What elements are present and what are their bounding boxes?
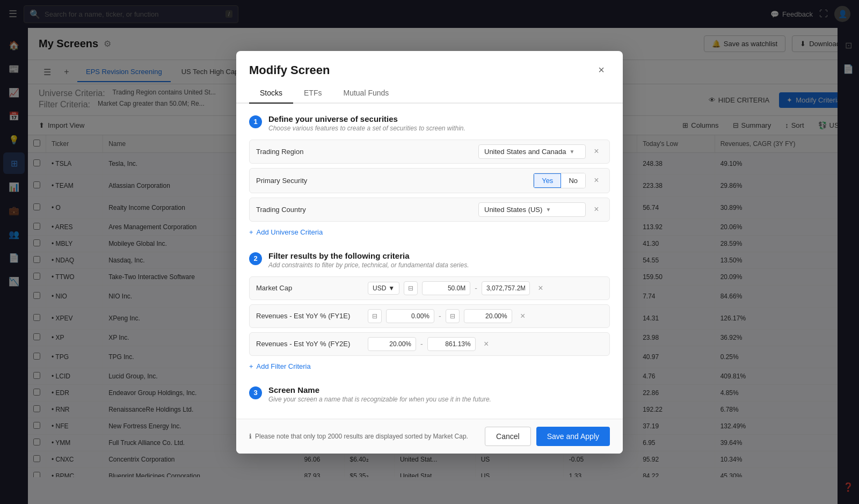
revenues-fy2e-max[interactable] [427,337,476,351]
market-cap-currency[interactable]: USD ▼ [368,282,399,295]
modal-tab-etfs[interactable]: ETFs [293,83,332,104]
footer-buttons: Cancel Save and Apply [485,427,610,446]
revenues-fy1e-min[interactable] [386,309,434,323]
section-screen-name: 3 Screen Name Give your screen a name th… [249,385,610,403]
section-3-title: Screen Name [268,385,491,395]
info-icon: ℹ [249,433,252,440]
add-universe-icon: + [249,228,253,236]
currency-arrow: ▼ [388,284,395,292]
filter-dash-2: - [439,312,441,320]
section-2-text: Filter results by the following criteria… [268,251,469,269]
market-cap-min[interactable] [422,281,470,295]
trading-country-delete[interactable]: × [590,203,603,216]
revenues-fy2e-min[interactable] [368,337,416,351]
section-2-number: 2 [249,252,262,265]
section-3-number: 3 [249,386,262,399]
primary-security-delete[interactable]: × [590,174,603,187]
no-button[interactable]: No [561,173,585,188]
modal-body: 1 Define your universe of securities Cho… [236,104,623,419]
criteria-trading-country: Trading Country United States (US) ▼ × [249,198,610,222]
revenues-fy2e-delete[interactable]: × [480,338,493,350]
filter-dash-1: - [475,284,477,293]
filter-dash-3: - [420,340,423,348]
filter-revenues-fy1e: Revenues - Est YoY % (FY1E) ⊟ - ⊟ × [249,304,610,328]
add-universe-criteria-button[interactable]: + Add Universe Criteria [249,226,323,238]
criteria-primary-security: Primary Security Yes No × [249,168,610,193]
revenues-fy1e-max-icon[interactable]: ⊟ [446,309,460,323]
section-1-text: Define your universe of securities Choos… [268,114,465,132]
section-2-title: Filter results by the following criteria [268,251,469,260]
save-apply-button[interactable]: Save and Apply [536,427,610,446]
trading-country-select[interactable]: United States (US) ▼ [478,202,586,217]
trading-country-label: Trading Country [256,206,342,214]
section-name-header: 3 Screen Name Give your screen a name th… [249,385,610,403]
modal-close-button[interactable]: × [593,62,610,79]
modal-title: Modify Screen [249,63,330,77]
yes-button[interactable]: Yes [534,173,561,188]
revenues-fy2e-label: Revenues - Est YoY % (FY2E) [256,340,363,348]
revenues-fy1e-label: Revenues - Est YoY % (FY1E) [256,312,363,320]
trading-region-label: Trading Region [256,148,342,156]
market-cap-min-icon[interactable]: ⊟ [404,281,418,295]
cancel-button[interactable]: Cancel [485,427,531,446]
trading-region-delete[interactable]: × [590,145,603,158]
filter-market-cap: Market Cap USD ▼ ⊟ - × [249,276,610,300]
revenues-fy1e-max[interactable] [464,309,512,323]
revenues-fy1e-delete[interactable]: × [516,310,529,323]
trading-country-arrow: ▼ [545,207,551,213]
yes-no-group: Yes No [533,173,586,188]
section-filter: 2 Filter results by the following criter… [249,251,610,372]
modal-tab-mutual-funds[interactable]: Mutual Funds [332,83,399,104]
criteria-trading-region: Trading Region United States and Canada … [249,140,610,164]
modal-tab-stocks[interactable]: Stocks [249,83,293,104]
primary-security-label: Primary Security [256,177,342,185]
section-universe: 1 Define your universe of securities Cho… [249,114,610,238]
market-cap-label: Market Cap [256,284,363,292]
add-filter-icon: + [249,362,253,370]
modify-screen-modal: Modify Screen × Stocks ETFs Mutual Funds… [236,51,623,454]
trading-region-arrow: ▼ [570,149,575,155]
section-3-text: Screen Name Give your screen a name that… [268,385,491,403]
modal-header: Modify Screen × [236,51,623,79]
section-universe-header: 1 Define your universe of securities Cho… [249,114,610,132]
revenues-fy1e-min-icon[interactable]: ⊟ [368,309,382,323]
modal-tabs: Stocks ETFs Mutual Funds [236,83,623,104]
market-cap-max[interactable] [482,281,530,295]
trading-region-select[interactable]: United States and Canada ▼ [478,144,586,159]
filter-revenues-fy2e: Revenues - Est YoY % (FY2E) - × [249,332,610,356]
modal-footer: ℹ Please note that only top 2000 results… [236,419,623,454]
section-2-subtitle: Add constraints to filter by price, tech… [268,261,469,269]
add-filter-criteria-button[interactable]: + Add Filter Criteria [249,360,311,372]
market-cap-delete[interactable]: × [534,282,547,295]
section-1-title: Define your universe of securities [268,114,465,123]
section-filter-header: 2 Filter results by the following criter… [249,251,610,269]
section-3-subtitle: Give your screen a name that is recogniz… [268,396,491,403]
footer-note: ℹ Please note that only top 2000 results… [249,433,468,440]
section-1-number: 1 [249,115,262,128]
section-1-subtitle: Choose various features to create a set … [268,125,465,132]
modal-overlay[interactable]: Modify Screen × Stocks ETFs Mutual Funds… [0,0,859,504]
